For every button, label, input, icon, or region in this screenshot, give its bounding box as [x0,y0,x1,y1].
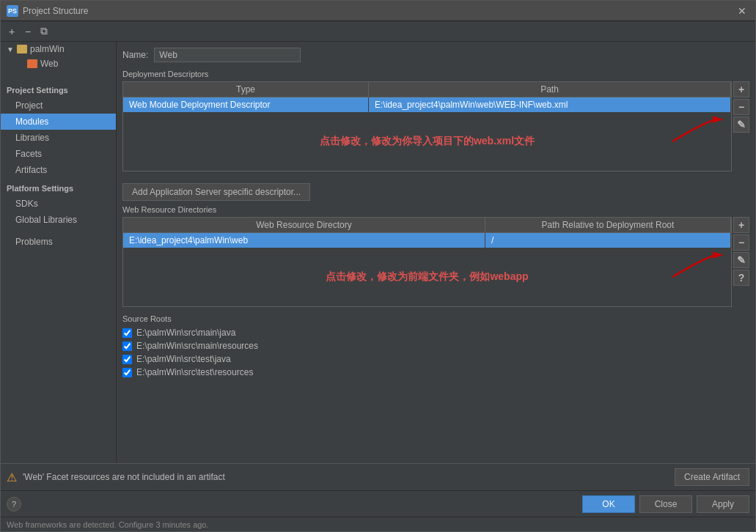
sidebar-item-libraries[interactable]: Libraries [1,130,116,146]
warning-bar: ⚠ 'Web' Facet resources are not included… [1,463,755,490]
ok-button[interactable]: OK [582,495,635,513]
web-resource-add-btn[interactable]: + [733,217,749,233]
source-item-0: E:\palmWin\src\main\java [122,326,749,339]
web-resource-pathrel-cell: / [485,233,731,248]
source-label-2: E:\palmWin\src\test\java [136,354,231,364]
folder-icon [17,45,27,53]
source-item-2: E:\palmWin\src\test\java [122,352,749,366]
project-structure-window: PS Project Structure ✕ + − ⧉ ▼ palmWin W… [0,0,756,532]
source-item-1: E:\palmWin\src\main\resources [122,339,749,352]
deployment-arrow [665,112,724,149]
window-title: Project Structure [23,6,735,16]
tree-label-web: Web [40,59,58,69]
close-button[interactable]: ✕ [735,5,749,17]
web-resource-table-header: Web Resource Directory Path Relative to … [123,218,731,233]
sidebar-item-project[interactable]: Project [1,97,116,114]
sidebar-item-problems[interactable]: Problems [1,234,116,250]
sidebar-item-facets[interactable]: Facets [1,146,116,162]
add-descriptor-button[interactable]: Add Application Server specific descript… [122,183,310,201]
warning-text: 'Web' Facet resources are not included i… [23,472,669,482]
sidebar-item-global-libraries[interactable]: Global Libraries [1,212,116,228]
deployment-table-buttons: + − ✎ [733,81,749,171]
name-row: Name: [122,48,749,62]
source-checkbox-1[interactable] [122,341,132,351]
project-settings-header: Project Settings [1,80,116,97]
web-resource-section: Web Resource Directories Web Resource Di… [122,205,749,307]
help-button[interactable]: ? [7,497,21,511]
main-content: ▼ palmWin Web Project Settings Project M… [1,42,755,463]
source-checkbox-3[interactable] [122,368,132,377]
sidebar: ▼ palmWin Web Project Settings Project M… [1,42,117,463]
deployment-add-btn[interactable]: + [733,81,749,97]
expand-icon: ▼ [7,45,17,53]
deployment-path-cell: E:\idea_project4\palmWin\web\WEB-INF\web… [369,97,731,112]
add-button[interactable]: + [4,23,20,40]
source-label-0: E:\palmWin\src\main\java [136,328,235,338]
create-artifact-button[interactable]: Create Artifact [675,468,749,486]
web-resource-dir-header: Web Resource Directory [123,218,485,232]
source-label-1: E:\palmWin\src\main\resources [136,341,258,351]
source-roots-title: Source Roots [122,314,749,323]
deployment-descriptors-section: Deployment Descriptors Type Path Web Mod… [122,70,749,171]
web-resource-title: Web Resource Directories [122,205,749,214]
web-resource-annotation-area: 点击修改，修改为前端文件夹，例如webapp [123,248,731,306]
web-resource-table: Web Resource Directory Path Relative to … [122,217,732,307]
sidebar-item-modules[interactable]: Modules [1,114,116,130]
tree-node-web[interactable]: Web [11,56,116,71]
warning-icon: ⚠ [7,470,17,484]
copy-button[interactable]: ⧉ [36,23,52,40]
close-button-footer[interactable]: Close [639,495,692,513]
path-column-header: Path [369,82,731,97]
deployment-table-container: Type Path Web Module Deployment Descript… [122,81,749,171]
footer: ? OK Close Apply [1,490,755,517]
window-icon: PS [7,5,18,17]
title-bar: PS Project Structure ✕ [1,1,755,21]
tree-child: Web [1,56,116,71]
web-resource-edit-btn[interactable]: ✎ [733,252,749,268]
deployment-descriptors-title: Deployment Descriptors [122,70,749,78]
type-column-header: Type [123,82,369,97]
source-label-3: E:\palmWin\src\test\resources [136,367,253,377]
name-label: Name: [122,50,148,60]
deployment-table-row[interactable]: Web Module Deployment Descriptor E:\idea… [123,97,731,112]
web-resource-dir-cell: E:\idea_project4\palmWin\web [123,233,485,248]
sidebar-item-sdks[interactable]: SDKs [1,196,116,212]
web-resource-help-btn[interactable]: ? [733,270,749,286]
name-input[interactable] [154,48,301,62]
apply-button[interactable]: Apply [697,495,749,513]
remove-button[interactable]: − [20,23,36,40]
status-bar: Web frameworks are detected. Configure 3… [1,517,755,531]
deployment-edit-btn[interactable]: ✎ [733,117,749,133]
source-item-3: E:\palmWin\src\test\resources [122,366,749,379]
deployment-remove-btn[interactable]: − [733,99,749,115]
content-area: Name: Deployment Descriptors Type Path W… [117,42,755,463]
source-checkbox-2[interactable] [122,355,132,364]
web-resource-table-buttons: + − ✎ ? [733,217,749,307]
tree-label-palmwin: palmWin [30,44,65,54]
source-checkbox-0[interactable] [122,328,132,338]
path-relative-header: Path Relative to Deployment Root [485,218,731,232]
main-toolbar: + − ⧉ [1,21,755,42]
deployment-table-header: Type Path [123,82,731,97]
web-icon [27,59,37,68]
sidebar-item-artifacts[interactable]: Artifacts [1,162,116,178]
deployment-type-cell: Web Module Deployment Descriptor [123,97,369,112]
platform-settings-header: Platform Settings [1,178,116,196]
tree-node-palmwin[interactable]: ▼ palmWin [1,42,116,56]
web-resource-arrow [665,248,724,284]
deployment-annotation-text: 点击修改，修改为你导入项目下的web.xml文件 [320,135,535,148]
web-resource-annotation-text: 点击修改，修改为前端文件夹，例如webapp [326,270,528,284]
deployment-table: Type Path Web Module Deployment Descript… [122,81,732,171]
source-roots-section: Source Roots E:\palmWin\src\main\java E:… [122,314,749,379]
status-text: Web frameworks are detected. Configure 3… [7,520,209,529]
web-resource-table-container: Web Resource Directory Path Relative to … [122,217,749,307]
web-resource-remove-btn[interactable]: − [733,234,749,251]
deployment-annotation-area: 点击修改，修改为你导入项目下的web.xml文件 [123,112,731,171]
web-resource-table-row[interactable]: E:\idea_project4\palmWin\web / [123,233,731,248]
